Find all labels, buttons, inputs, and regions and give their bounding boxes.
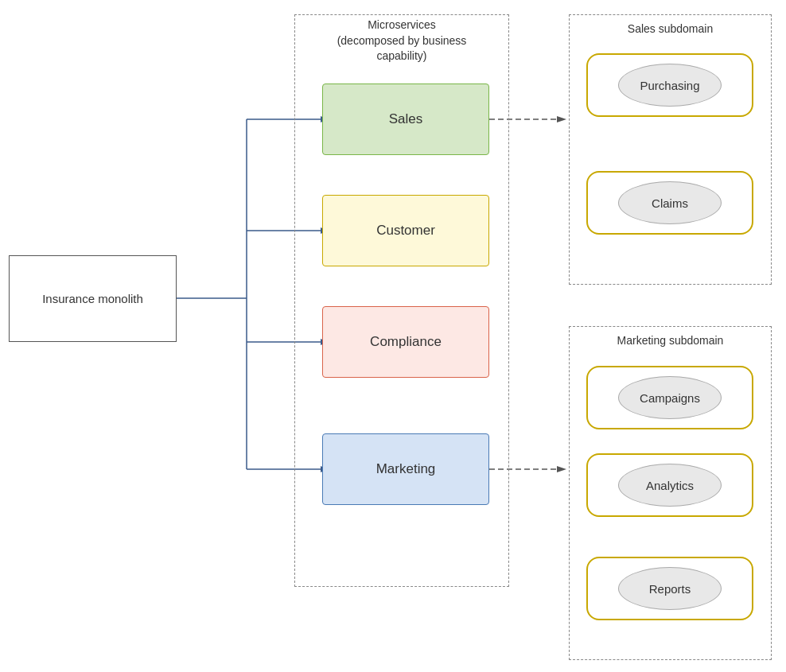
subdomain-oval-claims: Claims [618, 181, 722, 224]
service-box-customer: Customer [322, 195, 489, 266]
subdomain-item-claims: Claims [586, 171, 753, 235]
subdomain-item-purchasing: Purchasing [586, 53, 753, 117]
marketing-subdomain-title: Marketing subdomain [569, 334, 772, 347]
subdomain-oval-purchasing: Purchasing [618, 64, 722, 107]
subdomain-oval-analytics: Analytics [618, 464, 722, 507]
microservices-title-line1: Microservices [368, 18, 436, 31]
diagram: Insurance monolith Microservices (decomp… [0, 0, 786, 672]
service-label-customer: Customer [376, 223, 435, 239]
monolith-label: Insurance monolith [42, 292, 143, 305]
subdomain-item-analytics: Analytics [586, 453, 753, 517]
service-box-compliance: Compliance [322, 306, 489, 378]
sales-subdomain-title: Sales subdomain [569, 22, 772, 35]
svg-marker-11 [557, 116, 566, 122]
microservices-title-line2: (decomposed by business [337, 34, 467, 47]
service-box-marketing: Marketing [322, 433, 489, 505]
service-label-marketing: Marketing [376, 461, 436, 477]
subdomain-item-campaigns: Campaigns [586, 366, 753, 429]
service-label-sales: Sales [389, 111, 423, 127]
subdomain-label-analytics: Analytics [646, 479, 694, 492]
subdomain-label-purchasing: Purchasing [640, 79, 699, 92]
monolith-box: Insurance monolith [9, 255, 177, 342]
microservices-title-line3: capability) [376, 49, 426, 62]
subdomain-oval-campaigns: Campaigns [618, 376, 722, 419]
subdomain-item-reports: Reports [586, 557, 753, 620]
subdomain-oval-reports: Reports [618, 567, 722, 610]
svg-marker-13 [557, 466, 566, 472]
microservices-title: Microservices (decomposed by business ca… [294, 17, 509, 64]
subdomain-label-campaigns: Campaigns [640, 391, 700, 405]
service-box-sales: Sales [322, 84, 489, 155]
service-label-compliance: Compliance [370, 334, 442, 350]
subdomain-label-claims: Claims [652, 196, 688, 210]
subdomain-label-reports: Reports [649, 582, 691, 596]
